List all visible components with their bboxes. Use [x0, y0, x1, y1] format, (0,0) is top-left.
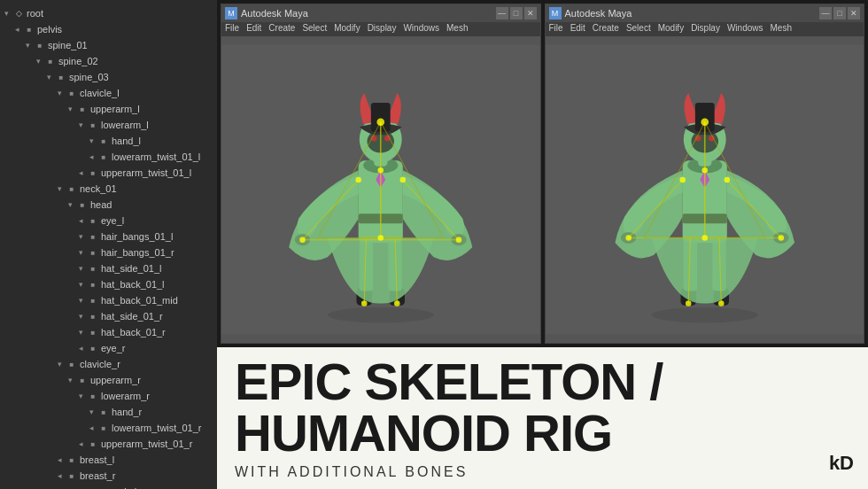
menu-modify-right[interactable]: Modify — [658, 23, 684, 35]
menu-edit-left[interactable]: Edit — [246, 23, 261, 35]
menu-mesh-left[interactable]: Mesh — [446, 23, 468, 35]
expand-icon-lowerarm_r[interactable]: ▾ — [74, 392, 87, 400]
maya-titlebar-right: M Autodesk Maya — □ ✕ — [546, 4, 864, 22]
expand-icon-clavicle_l[interactable]: ▾ — [53, 89, 66, 97]
tree-item-hand_r[interactable]: ▾■hand_r — [0, 404, 217, 420]
close-btn-right[interactable]: ✕ — [848, 7, 860, 19]
tree-item-hat_side_01_l[interactable]: ▾■hat_side_01_l — [0, 260, 217, 276]
tree-item-hair_bangs_01_r[interactable]: ▾■hair_bangs_01_r — [0, 244, 217, 260]
expand-icon-lowerarm_twist_01_r[interactable]: ◂ — [85, 423, 97, 432]
tree-item-neck_01[interactable]: ▾■neck_01 — [0, 181, 217, 197]
menu-create-right[interactable]: Create — [593, 23, 619, 35]
expand-icon-lowerarm_l[interactable]: ▾ — [74, 120, 87, 129]
close-btn-left[interactable]: ✕ — [524, 7, 537, 19]
tree-item-hat_back_01_mid[interactable]: ▾■hat_back_01_mid — [0, 292, 217, 308]
tree-item-cross_neckalce[interactable]: ◂■cross_neckalce — [0, 484, 217, 489]
menu-file-left[interactable]: File — [225, 23, 239, 35]
maximize-btn-right[interactable]: □ — [833, 7, 846, 19]
tree-item-hat_side_01_r[interactable]: ▾■hat_side_01_r — [0, 308, 217, 324]
tree-item-spine_03[interactable]: ▾■spine_03 — [0, 69, 217, 85]
expand-icon-spine_01[interactable]: ▾ — [21, 41, 34, 50]
menu-mesh-right[interactable]: Mesh — [771, 23, 792, 35]
tree-item-head[interactable]: ▾■head — [0, 197, 217, 213]
expand-icon-clavicle_r[interactable]: ▾ — [53, 360, 66, 369]
svg-point-26 — [376, 118, 384, 126]
expand-icon-eye_r[interactable]: ◂ — [74, 344, 87, 353]
tree-item-hat_back_01_r[interactable]: ▾■hat_back_01_r — [0, 324, 217, 340]
joint-icon-hand_l: ■ — [97, 136, 110, 145]
tree-item-root[interactable]: ▾◇root — [0, 5, 217, 21]
tree-item-spine_01[interactable]: ▾■spine_01 — [0, 37, 217, 53]
tree-item-lowerarm_twist_01_r[interactable]: ◂■lowerarm_twist_01_r — [0, 420, 217, 436]
window-controls-left[interactable]: — □ ✕ — [496, 7, 537, 19]
menu-windows-right[interactable]: Windows — [727, 23, 763, 35]
menu-select-left[interactable]: Select — [302, 23, 327, 35]
expand-icon-spine_03[interactable]: ▾ — [43, 73, 55, 82]
expand-icon-neck_01[interactable]: ▾ — [53, 184, 66, 193]
maya-windows-row: M Autodesk Maya — □ ✕ File Edit Create S… — [217, 0, 868, 347]
expand-icon-pelvis[interactable]: ◂ — [11, 25, 23, 34]
tree-item-clavicle_r[interactable]: ▾■clavicle_r — [0, 356, 217, 372]
expand-icon-head[interactable]: ▾ — [64, 200, 76, 209]
tree-item-eye_r[interactable]: ◂■eye_r — [0, 340, 217, 356]
expand-icon-root[interactable]: ▾ — [0, 9, 12, 18]
expand-icon-hair_bangs_01_l[interactable]: ▾ — [74, 232, 87, 241]
minimize-btn-right[interactable]: — — [819, 7, 832, 19]
expand-icon-hand_r[interactable]: ▾ — [85, 408, 97, 416]
expand-icon-spine_02[interactable]: ▾ — [32, 57, 44, 66]
tree-item-hair_bangs_01_l[interactable]: ▾■hair_bangs_01_l — [0, 229, 217, 244]
tree-label-pelvis: pelvis — [37, 24, 62, 35]
tree-item-clavicle_l[interactable]: ▾■clavicle_l — [0, 85, 217, 101]
menu-modify-left[interactable]: Modify — [334, 23, 360, 35]
tree-item-eye_l[interactable]: ◂■eye_l — [0, 213, 217, 229]
expand-icon-hat_side_01_l[interactable]: ▾ — [74, 264, 87, 273]
tree-panel: ▾◇root◂■pelvis▾■spine_01▾■spine_02▾■spin… — [0, 0, 217, 489]
expand-icon-upperarm_twist_01_l[interactable]: ◂ — [74, 168, 87, 177]
menu-create-left[interactable]: Create — [268, 23, 295, 35]
maya-viewport-right[interactable] — [546, 36, 864, 343]
menu-display-right[interactable]: Display — [691, 23, 720, 35]
tree-item-lowerarm_r[interactable]: ▾■lowerarm_r — [0, 388, 217, 404]
skeleton-tree: ▾◇root◂■pelvis▾■spine_01▾■spine_02▾■spin… — [0, 5, 217, 489]
tree-item-lowerarm_twist_01_l[interactable]: ◂■lowerarm_twist_01_l — [0, 149, 217, 165]
tree-item-spine_02[interactable]: ▾■spine_02 — [0, 53, 217, 69]
tree-label-clavicle_l: clavicle_l — [80, 88, 120, 98]
tree-label-eye_l: eye_l — [101, 215, 124, 226]
tree-item-breast_l[interactable]: ◂■breast_l — [0, 452, 217, 468]
tree-label-hat_side_01_l: hat_side_01_l — [101, 263, 162, 274]
expand-icon-lowerarm_twist_01_l[interactable]: ◂ — [85, 152, 97, 161]
menu-windows-left[interactable]: Windows — [403, 23, 439, 35]
menu-edit-right[interactable]: Edit — [570, 23, 585, 35]
expand-icon-hat_back_01_mid[interactable]: ▾ — [74, 296, 87, 305]
minimize-btn-left[interactable]: — — [496, 7, 508, 19]
joint-icon-lowerarm_r: ■ — [87, 392, 99, 400]
expand-icon-hand_l[interactable]: ▾ — [85, 136, 97, 145]
expand-icon-hat_back_01_r[interactable]: ▾ — [74, 328, 87, 337]
expand-icon-breast_l[interactable]: ◂ — [53, 455, 66, 464]
tree-item-upperarm_r[interactable]: ▾■upperarm_r — [0, 372, 217, 388]
expand-icon-upperarm_twist_01_r[interactable]: ◂ — [74, 439, 87, 448]
svg-point-62 — [701, 167, 708, 174]
logo-area: kD — [829, 452, 854, 475]
window-controls-right[interactable]: — □ ✕ — [819, 7, 860, 19]
menu-display-left[interactable]: Display — [368, 23, 397, 35]
menu-select-right[interactable]: Select — [626, 23, 651, 35]
tree-item-upperarm_twist_01_r[interactable]: ◂■upperarm_twist_01_r — [0, 436, 217, 452]
expand-icon-hair_bangs_01_r[interactable]: ▾ — [74, 248, 87, 257]
expand-icon-eye_l[interactable]: ◂ — [74, 216, 87, 225]
expand-icon-hat_back_01_l[interactable]: ▾ — [74, 280, 87, 289]
tree-item-hat_back_01_l[interactable]: ▾■hat_back_01_l — [0, 276, 217, 292]
expand-icon-hat_side_01_r[interactable]: ▾ — [74, 312, 87, 321]
maya-viewport-left[interactable] — [221, 36, 540, 343]
menu-file-right[interactable]: File — [549, 23, 563, 35]
tree-item-upperarm_twist_01_l[interactable]: ◂■upperarm_twist_01_l — [0, 165, 217, 181]
tree-item-hand_l[interactable]: ▾■hand_l — [0, 133, 217, 149]
expand-icon-breast_r[interactable]: ◂ — [53, 471, 66, 480]
maximize-btn-left[interactable]: □ — [510, 7, 523, 19]
tree-item-breast_r[interactable]: ◂■breast_r — [0, 468, 217, 484]
expand-icon-upperarm_r[interactable]: ▾ — [64, 376, 76, 384]
tree-item-pelvis[interactable]: ◂■pelvis — [0, 21, 217, 37]
expand-icon-upperarm_l[interactable]: ▾ — [64, 105, 76, 113]
tree-item-upperarm_l[interactable]: ▾■upperarm_l — [0, 101, 217, 117]
tree-item-lowerarm_l[interactable]: ▾■lowerarm_l — [0, 117, 217, 133]
